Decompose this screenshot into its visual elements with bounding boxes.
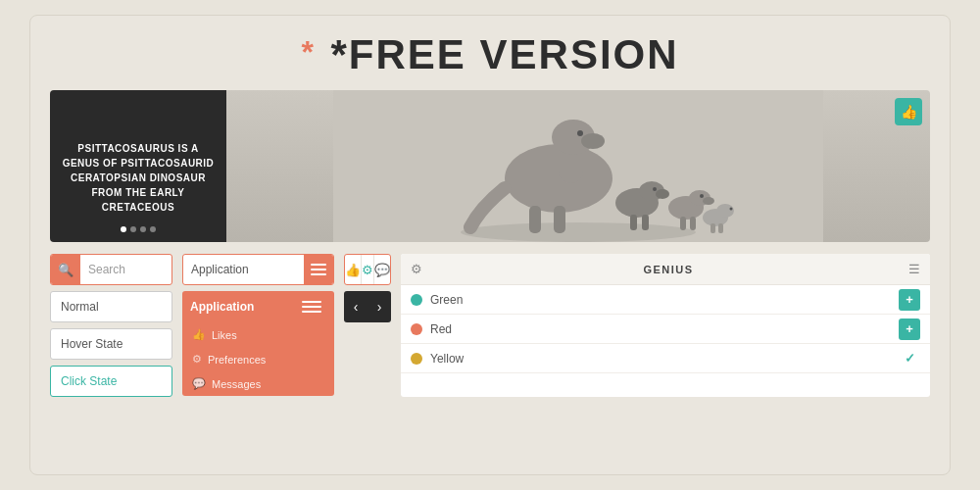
normal-label: Normal [61,300,99,314]
dropdown-line-2 [302,306,321,308]
dino-scene [226,90,930,242]
thumbs-up-button[interactable]: 👍 [895,98,922,125]
application-dropdown: Application 👍 Likes ⚙ Preferences [182,291,334,396]
dot-2[interactable] [130,226,136,232]
likes-label: Likes [212,329,237,341]
search-placeholder: Search [80,263,133,276]
svg-point-17 [703,197,714,205]
click-state-button[interactable]: Click State [50,366,172,397]
search-box[interactable]: 🔍 Search [50,254,172,285]
dropdown-line-3 [302,311,321,313]
hamburger-line-3 [311,273,326,275]
nav-thumbsup[interactable]: 👍 [345,255,362,284]
likes-icon: 👍 [192,328,206,341]
left-panel: 🔍 Search Normal Hover State Click State [50,254,172,397]
application-bar[interactable]: Application [182,254,334,285]
banner-left: PSITTACOSAURUS IS A GENUS OF PSITTACOSAU… [50,90,226,242]
yellow-dot [411,353,422,365]
middle-panel: Application Application [182,254,334,397]
dot-4[interactable] [150,226,156,232]
search-icon: 🔍 [58,263,74,277]
svg-rect-13 [630,215,637,230]
components-row: 🔍 Search Normal Hover State Click State … [50,254,930,397]
dropdown-item-messages[interactable]: 💬 Messages [182,371,334,396]
dropdown-title: Application [190,300,297,314]
banner-right: 👍 [226,90,930,242]
main-card: *FREE VERSION PSITTACOSAURUS IS A GENUS … [29,15,951,475]
title-text: *FREE VERSION [331,31,679,77]
preferences-icon: ⚙ [192,353,202,366]
yellow-label: Yellow [430,352,899,366]
genius-header: ⚙ GENIUS ☰ [401,254,930,285]
genius-red-item[interactable]: Red + [401,315,930,344]
page-title: *FREE VERSION [50,31,930,78]
messages-icon: 💬 [192,377,206,390]
dot-1[interactable] [121,226,126,232]
yellow-check-button[interactable]: ✓ [899,348,920,369]
dropdown-hamburger[interactable] [297,291,326,322]
banner-area: PSITTACOSAURUS IS A GENUS OF PSITTACOSAU… [50,90,930,242]
messages-label: Messages [212,378,261,390]
red-dot [411,323,422,335]
green-plus-button[interactable]: + [899,289,920,311]
next-arrow[interactable]: › [368,291,391,322]
genius-title: GENIUS [428,264,908,275]
hamburger-icon[interactable] [304,255,333,284]
banner-description: PSITTACOSAURUS IS A GENUS OF PSITTACOSAU… [62,141,215,215]
svg-rect-7 [529,206,541,233]
dropdown-item-preferences[interactable]: ⚙ Preferences [182,347,334,371]
nav-message[interactable]: 💬 [374,255,390,284]
green-label: Green [430,293,899,307]
genius-green-item[interactable]: Green + [401,285,930,315]
svg-rect-25 [718,223,723,233]
hover-state-button[interactable]: Hover State [50,328,172,360]
svg-point-11 [656,189,669,199]
thumbs-up-icon: 👍 [901,104,917,120]
nav-gear[interactable]: ⚙ [362,255,374,284]
svg-point-5 [581,133,605,149]
dropdown-item-likes[interactable]: 👍 Likes [182,322,334,347]
arrow-nav-bar: ‹ › [344,291,391,322]
genius-gear-icon[interactable]: ⚙ [411,262,422,276]
genius-menu-icon[interactable]: ☰ [908,262,920,276]
genius-yellow-item[interactable]: Yellow ✓ [401,344,930,373]
hamburger-line-2 [311,269,326,270]
preferences-label: Preferences [208,354,266,366]
application-label: Application [183,263,304,276]
svg-rect-24 [710,223,715,233]
svg-rect-19 [680,217,686,230]
normal-state-button[interactable]: Normal [50,291,172,322]
svg-point-6 [577,130,583,136]
svg-point-23 [730,208,733,211]
banner-dots [121,226,156,232]
svg-rect-8 [554,206,565,233]
svg-point-22 [716,204,734,218]
hover-label: Hover State [61,337,122,351]
green-dot [411,294,422,306]
search-icon-box: 🔍 [51,255,80,284]
icon-nav-bar: 👍 ⚙ 💬 [344,254,391,285]
svg-point-1 [461,222,696,242]
dino-svg [226,90,930,242]
dropdown-line-1 [302,301,321,303]
hamburger-line-1 [311,264,326,266]
click-label: Click State [61,374,117,388]
dot-3[interactable] [140,226,146,232]
dropdown-header[interactable]: Application [182,291,334,322]
genius-panel: ⚙ GENIUS ☰ Green + Red + Yellow ✓ [401,254,930,397]
svg-point-12 [653,187,657,191]
svg-point-18 [700,194,704,198]
red-label: Red [430,322,899,336]
svg-rect-20 [690,217,696,230]
nav-icons-panel: 👍 ⚙ 💬 ‹ › [344,254,391,397]
svg-rect-14 [642,215,649,230]
red-plus-button[interactable]: + [899,318,920,340]
prev-arrow[interactable]: ‹ [344,291,368,322]
